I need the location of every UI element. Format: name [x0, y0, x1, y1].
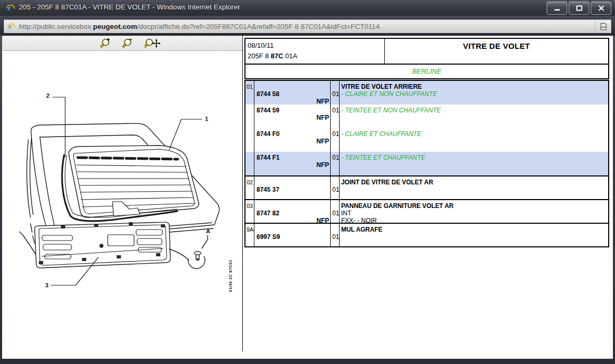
compatibility-view-button[interactable]: [595, 20, 611, 33]
group-number: 03: [245, 202, 254, 210]
quantity: 01: [331, 154, 339, 161]
availability-code: NFP: [254, 98, 330, 105]
table-row: 02 8745 37 01 JOINT DE VITRE DE VOLET AR: [245, 175, 608, 199]
page-favicon-icon: e: [7, 22, 16, 31]
part-heading: PANNEAU DE GARNITURE VOLET AR: [340, 202, 608, 210]
group-number: 9A: [245, 226, 254, 233]
callout-1-label: 1: [205, 116, 208, 122]
table-row: 8744 F1 NFP 01 - TEINTEE ET CHAUFFANTE: [245, 152, 608, 175]
part-number: 8747 82: [254, 210, 330, 217]
table-row: 8744 F0 NFP 01 - CLAIRE ET CHAUFFANTE: [245, 128, 608, 152]
table-row: 8744 59 NFP 01 - TEINTEE ET NON CHAUFFAN…: [245, 105, 608, 128]
page-content: 2 1 3 A 01/92 2C 87C01 08/10/11 205F 8 8…: [2, 36, 613, 359]
browser-window: e 205 - 205F 8 87C01A - VITRE DE VOLET -…: [0, 0, 615, 364]
part-variant: - TEINTEE ET CHAUFFANTE: [340, 154, 608, 161]
part-number: 8744 F1: [254, 154, 330, 161]
table-row: 03 8747 82 NFP 01 PANNEAU DE GARNITURE V…: [245, 199, 608, 223]
svg-text:e: e: [7, 4, 11, 12]
zoom-out-button[interactable]: [120, 37, 136, 49]
part-heading: MUL AGRAFE: [340, 226, 608, 233]
plate-code-label: 01/92 2C 87C01: [228, 259, 233, 292]
parts-table: 01 8744 58 NFP 01 VITRE DE VOLET ARRIERE…: [244, 80, 609, 247]
svg-text:e: e: [8, 22, 12, 30]
url-text: http://public.servicebox.peugeot.com/doc…: [19, 23, 595, 30]
window-controls: [547, 2, 611, 15]
document-date: 08/10/11: [248, 40, 384, 51]
page-title: VITRE DE VOLET: [385, 39, 608, 64]
tailgate-diagram: 2 1 3 A 01/92 2C 87C01: [2, 50, 242, 351]
zoom-in-icon: [100, 37, 112, 49]
availability-code: NFP: [254, 138, 330, 145]
part-note: INT: [340, 210, 608, 217]
window-title: 205 - 205F 8 87C01A - VITRE DE VOLET - W…: [19, 3, 240, 11]
part-number: 6997 S9: [254, 233, 330, 241]
zoom-pan-icon: [145, 37, 160, 49]
callout-a-label: A: [206, 228, 210, 234]
part-variant: - CLAIRE ET CHAUFFANTE: [340, 130, 608, 138]
quantity: 01: [331, 210, 339, 217]
zoom-in-button[interactable]: [98, 37, 114, 49]
part-number: 8745 37: [254, 186, 330, 193]
zoom-out-icon: [122, 37, 134, 49]
group-number: 02: [245, 179, 254, 186]
availability-code: NFP: [254, 114, 330, 121]
table-row: 01 8744 58 NFP 01 VITRE DE VOLET ARRIERE…: [245, 81, 608, 105]
part-variant: - CLAIRE ET NON CHAUFFANTE: [340, 90, 608, 98]
minimize-icon: [554, 6, 560, 11]
part-number: 8744 58: [254, 90, 330, 98]
part-number: 8744 59: [254, 107, 330, 114]
tailgate-drawing: 2 1 3 A 01/92 2C 87C01: [2, 50, 242, 358]
quantity: 01: [331, 130, 339, 138]
url-domain: peugeot.com: [93, 23, 137, 30]
maximize-icon: [576, 5, 582, 11]
document-ref-code: 205F 8 87C 01A: [248, 51, 384, 61]
part-heading: VITRE DE VOLET ARRIERE: [340, 83, 608, 90]
quantity: 01: [331, 107, 339, 114]
part-note: FXX- - NOIR: [340, 217, 608, 223]
model-banner: BERLINE: [245, 65, 608, 78]
close-icon: [598, 5, 604, 11]
title-bar[interactable]: e 205 - 205F 8 87C01A - VITRE DE VOLET -…: [0, 0, 615, 16]
callout-2-label: 2: [46, 92, 49, 99]
document-header: 08/10/11 205F 8 87C 01A VITRE DE VOLET B…: [244, 38, 609, 79]
callout-3-label: 3: [45, 282, 48, 288]
maximize-button[interactable]: [569, 2, 589, 15]
quantity: 01: [331, 90, 339, 98]
zoom-toolbar: [2, 36, 242, 51]
part-number: 8744 F0: [254, 130, 330, 138]
address-bar: e http://public.servicebox.peugeot.com/d…: [0, 16, 615, 36]
part-variant: - TEINTEE ET NON CHAUFFANTE: [340, 107, 608, 114]
parts-panel: 08/10/11 205F 8 87C 01A VITRE DE VOLET B…: [243, 36, 613, 359]
part-heading: JOINT DE VITRE DE VOLET AR: [340, 179, 608, 186]
diagram-panel: 2 1 3 A 01/92 2C 87C01: [2, 36, 243, 351]
url-input[interactable]: e http://public.servicebox.peugeot.com/d…: [3, 19, 612, 34]
minimize-button[interactable]: [547, 2, 567, 15]
broken-page-icon: [599, 22, 608, 31]
availability-code: NFP: [254, 161, 330, 169]
ie-logo-icon: e: [6, 3, 15, 13]
quantity: 01: [331, 186, 339, 193]
document-reference: 08/10/11 205F 8 87C 01A: [245, 39, 385, 64]
zoom-pan-button[interactable]: [142, 37, 162, 49]
group-number: 01: [245, 83, 254, 90]
close-button[interactable]: [591, 2, 611, 15]
availability-code: NFP: [254, 217, 330, 223]
quantity: 01: [331, 233, 339, 241]
table-row: 9A 6997 S9 01 MUL AGRAFE: [245, 223, 608, 246]
